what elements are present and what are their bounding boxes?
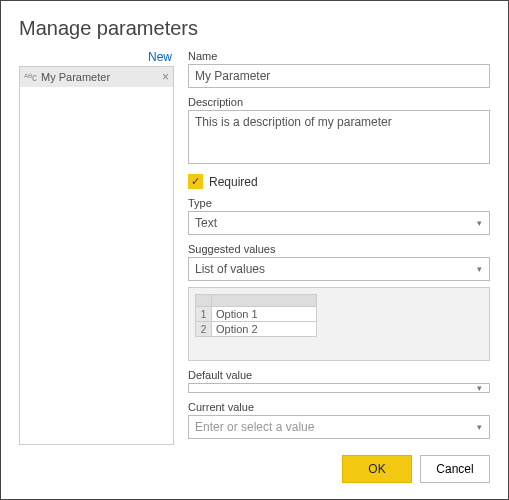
dialog-footer: OK Cancel — [19, 455, 490, 483]
values-box: 1 Option 1 2 Option 2 — [188, 287, 490, 361]
current-select[interactable]: Enter or select a value — [188, 415, 490, 439]
required-row: ✓ Required — [188, 174, 490, 189]
text-type-icon: ᴬᴮc — [24, 72, 37, 83]
name-label: Name — [188, 50, 490, 62]
parameter-list: ᴬᴮc My Parameter × — [19, 66, 174, 445]
suggested-select-wrap: List of values ▾ — [188, 257, 490, 281]
required-checkbox[interactable]: ✓ — [188, 174, 203, 189]
parameter-item-label: My Parameter — [41, 71, 162, 83]
current-select-wrap: Enter or select a value ▾ — [188, 415, 490, 439]
value-cell[interactable]: Option 1 — [212, 307, 317, 322]
default-label: Default value — [188, 369, 490, 381]
row-number: 1 — [196, 307, 212, 322]
dialog-title: Manage parameters — [19, 17, 490, 40]
type-select-wrap: Text ▾ — [188, 211, 490, 235]
row-number: 2 — [196, 322, 212, 337]
type-label: Type — [188, 197, 490, 209]
description-input[interactable]: This is a description of my parameter — [188, 110, 490, 164]
table-row[interactable]: 1 Option 1 — [196, 307, 317, 322]
required-label: Required — [209, 175, 258, 189]
type-select[interactable]: Text — [188, 211, 490, 235]
ok-button[interactable]: OK — [342, 455, 412, 483]
value-cell[interactable]: Option 2 — [212, 322, 317, 337]
suggested-select[interactable]: List of values — [188, 257, 490, 281]
suggested-label: Suggested values — [188, 243, 490, 255]
cancel-button[interactable]: Cancel — [420, 455, 490, 483]
form-panel: Name Description This is a description o… — [188, 50, 490, 445]
grid-col-header — [212, 295, 317, 307]
table-row[interactable]: 2 Option 2 — [196, 322, 317, 337]
description-label: Description — [188, 96, 490, 108]
default-select-wrap: ▾ — [188, 383, 490, 393]
manage-parameters-dialog: Manage parameters New ᴬᴮc My Parameter ×… — [0, 0, 509, 500]
sidebar: New ᴬᴮc My Parameter × — [19, 50, 174, 445]
values-grid: 1 Option 1 2 Option 2 — [195, 294, 317, 337]
close-icon[interactable]: × — [162, 70, 169, 84]
new-parameter-link[interactable]: New — [19, 50, 174, 66]
default-select[interactable] — [188, 383, 490, 393]
dialog-body: New ᴬᴮc My Parameter × Name Description … — [19, 50, 490, 445]
parameter-item[interactable]: ᴬᴮc My Parameter × — [20, 67, 173, 87]
grid-corner — [196, 295, 212, 307]
current-label: Current value — [188, 401, 490, 413]
name-input[interactable] — [188, 64, 490, 88]
